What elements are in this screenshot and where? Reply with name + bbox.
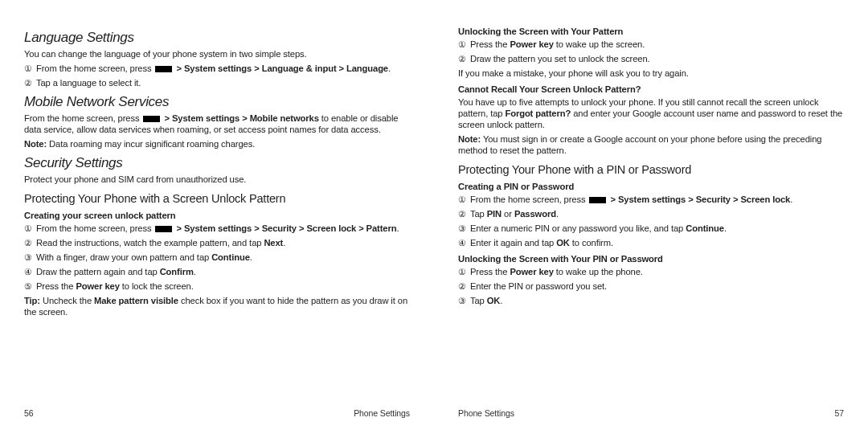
menu-key-icon — [589, 197, 606, 203]
step-number-icon: ① — [458, 266, 470, 277]
pattern-tip: Tip: Uncheck the Make pattern visible ch… — [24, 295, 410, 317]
step-number-icon: ② — [458, 53, 470, 64]
footer-title-right: Phone Settings — [458, 408, 651, 418]
unlock-step-1: ① Press the Power key to wake up the scr… — [458, 39, 844, 50]
subsub-forgot-pattern: Cannot Recall Your Screen Unlock Pattern… — [458, 84, 844, 94]
page-right-content: Unlocking the Screen with Your Pattern ①… — [458, 24, 844, 403]
page-left: Language Settings You can change the lan… — [0, 0, 434, 434]
forgot-text: You have up to five attempts to unlock y… — [458, 96, 844, 130]
unlock-mistake-text: If you make a mistake, your phone will a… — [458, 68, 844, 79]
step-number-icon: ① — [24, 223, 36, 234]
heading-mobile-network: Mobile Network Services — [24, 94, 410, 110]
step-number-icon: ② — [24, 77, 36, 88]
pinunlock-step-2: ② Enter the PIN or password you set. — [458, 280, 844, 292]
step-number-icon: ② — [24, 237, 36, 248]
pinunlock-step-3: ③ Tap OK. — [458, 295, 844, 306]
mobile-network-note: Note: Data roaming may incur significant… — [24, 138, 410, 149]
page-number-left: 56 — [24, 408, 217, 418]
lang-step-1-text: From the home screen, press > System set… — [36, 63, 410, 74]
pinunlock-step-1: ① Press the Power key to wake up the pho… — [458, 266, 844, 277]
step-number-icon: ① — [458, 39, 470, 50]
pattern-step-4: ④ Draw the pattern again and tap Confirm… — [24, 266, 410, 277]
mobile-network-text: From the home screen, press > System set… — [24, 113, 410, 135]
subsub-create-pin: Creating a PIN or Password — [458, 182, 844, 191]
footer-right: Phone Settings 57 — [458, 403, 844, 418]
page-number-right: 57 — [651, 408, 844, 418]
lang-step-1: ① From the home screen, press > System s… — [24, 63, 410, 74]
subheading-unlock-pattern: Protecting Your Phone with a Screen Unlo… — [24, 192, 410, 205]
lang-step-2: ② Tap a language to select it. — [24, 77, 410, 88]
subsub-create-pattern: Creating your screen unlock pattern — [24, 211, 410, 220]
page-right: Unlocking the Screen with Your Pattern ①… — [434, 0, 868, 434]
step-number-icon: ⑤ — [24, 280, 36, 292]
heading-language-settings: Language Settings — [24, 30, 410, 46]
pattern-step-3: ③ With a finger, draw your own pattern a… — [24, 252, 410, 263]
pin-step-3: ③ Enter a numeric PIN or any password yo… — [458, 223, 844, 234]
subsub-unlock-pin: Unlocking the Screen with Your PIN or Pa… — [458, 254, 844, 264]
subsub-unlock-pattern: Unlocking the Screen with Your Pattern — [458, 27, 844, 36]
step-number-icon: ① — [24, 63, 36, 74]
pin-step-2: ② Tap PIN or Password. — [458, 208, 844, 219]
subheading-pin-password: Protecting Your Phone with a PIN or Pass… — [458, 163, 844, 176]
step-number-icon: ③ — [458, 295, 470, 306]
pin-step-4: ④ Enter it again and tap OK to confirm. — [458, 237, 844, 248]
heading-security-settings: Security Settings — [24, 155, 410, 171]
step-number-icon: ① — [458, 194, 470, 205]
lang-intro: You can change the language of your phon… — [24, 48, 410, 59]
menu-key-icon — [143, 116, 160, 122]
footer-left: 56 Phone Settings — [24, 403, 410, 418]
pattern-step-1: ① From the home screen, press > System s… — [24, 223, 410, 234]
menu-key-icon — [155, 66, 172, 72]
pattern-step-2: ② Read the instructions, watch the examp… — [24, 237, 410, 248]
step-number-icon: ② — [458, 208, 470, 219]
step-number-icon: ③ — [458, 223, 470, 234]
pin-step-1: ① From the home screen, press > System s… — [458, 194, 844, 205]
step-number-icon: ③ — [24, 252, 36, 263]
forgot-note: Note: You must sign in or create a Googl… — [458, 133, 844, 156]
unlock-step-2: ② Draw the pattern you set to unlock the… — [458, 53, 844, 64]
footer-title-left: Phone Settings — [217, 408, 410, 418]
security-intro: Protect your phone and SIM card from una… — [24, 174, 410, 185]
step-number-icon: ④ — [24, 266, 36, 277]
menu-key-icon — [155, 226, 172, 232]
step-number-icon: ④ — [458, 237, 470, 248]
page-left-content: Language Settings You can change the lan… — [24, 24, 410, 403]
pattern-step-5: ⑤ Press the Power key to lock the screen… — [24, 280, 410, 292]
step-number-icon: ② — [458, 280, 470, 292]
